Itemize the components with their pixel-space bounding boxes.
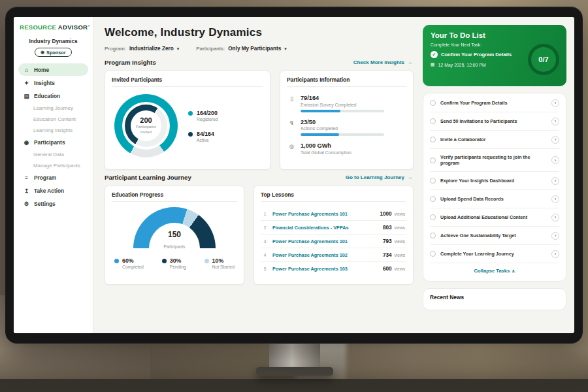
task-row-send-50-invitations-to-participants[interactable]: Send 50 Invitations to Participants› xyxy=(430,112,559,131)
task-checkbox[interactable] xyxy=(430,100,436,106)
legend-text-completed: 60%Completed xyxy=(122,257,144,269)
chevron-right-icon[interactable]: › xyxy=(551,118,559,125)
org-name: Industry Dynamics xyxy=(18,38,88,44)
task-row-confirm-your-program-details[interactable]: Confirm Your Program Details› xyxy=(430,94,559,112)
chevron-right-icon[interactable]: › xyxy=(551,232,559,240)
task-checkbox[interactable] xyxy=(430,251,436,257)
legend-item-not-started: 10%Not Started xyxy=(204,257,235,269)
participants-information-card-title: Participants Information xyxy=(287,76,406,87)
legend-label: Completed xyxy=(122,265,144,269)
lesson-link[interactable]: Power Purchase Agreements 102 xyxy=(272,252,378,258)
info-label: Total Global Consumption xyxy=(301,150,351,155)
task-checkbox[interactable] xyxy=(430,233,436,238)
invited-participants-card-title: Invited Participants xyxy=(112,76,263,87)
chevron-right-icon[interactable]: › xyxy=(551,177,559,185)
page-title: Welcome, Industry Dynamics xyxy=(105,26,414,39)
donut-center: 200 Participants Invited xyxy=(114,94,178,157)
logo-advisor-text: ADVISOR xyxy=(58,24,88,31)
go-to-learning-journey-link[interactable]: Go to Learning Journey → xyxy=(346,174,412,180)
participants-filter[interactable]: Participants: Only My Participants ▾ xyxy=(196,46,287,52)
task-checkbox[interactable] xyxy=(430,137,436,142)
legend-active: 84/164 Active xyxy=(188,131,218,142)
lesson-rank: 2 xyxy=(262,225,268,230)
progress-bar xyxy=(301,110,384,112)
gauge-center: 150 Participants xyxy=(133,230,216,249)
sidebar-item-home[interactable]: ⌂Home xyxy=(18,63,88,76)
check-more-insights-label: Check More Insights xyxy=(353,59,404,65)
chevron-right-icon[interactable]: › xyxy=(551,250,559,258)
program-filter[interactable]: Program: Industrialize Zero ▾ xyxy=(105,46,179,52)
sidebar-item-participants[interactable]: ◉Participants xyxy=(18,136,88,148)
task-checkbox[interactable] xyxy=(430,178,436,184)
logo-resource: RESOURCE xyxy=(20,24,56,31)
sidebar-item-label: Program xyxy=(34,174,56,181)
sidebar: RESOURCE ADVISOR+ Industry Dynamics ◉ Sp… xyxy=(14,17,93,333)
legend-active-text: 84/164 Active xyxy=(197,131,214,142)
task-row-invite-a-collaborator[interactable]: Invite a Collaborator› xyxy=(430,131,559,149)
check-more-insights-link[interactable]: Check More Insights → xyxy=(353,59,412,65)
lesson-link[interactable]: Power Purchase Agreements 101 xyxy=(272,238,378,244)
lesson-views-count: 734 xyxy=(383,252,392,258)
sidebar-item-program[interactable]: ≡Program xyxy=(18,171,88,184)
main-content: Welcome, Industry Dynamics Program: Indu… xyxy=(93,17,423,333)
sidebar-item-learning-insights[interactable]: Learning Insights xyxy=(18,125,88,135)
lesson-link[interactable]: Power Purchase Agreements 103 xyxy=(272,266,378,272)
task-row-complete-your-learning-journey[interactable]: Complete Your Learning Journey› xyxy=(430,245,559,263)
legend-dot-not-started xyxy=(204,259,209,263)
legend-label: Not Started xyxy=(212,265,235,269)
task-label: Upload Additional Educational Content xyxy=(440,214,547,221)
task-checkbox[interactable] xyxy=(430,157,436,163)
task-checkbox[interactable] xyxy=(430,196,436,202)
task-row-upload-additional-educational-content[interactable]: Upload Additional Educational Content› xyxy=(430,208,559,227)
sidebar-item-insights[interactable]: ✦Insights xyxy=(18,76,88,89)
top-lessons-card: Top Lessons 1Power Purchase Agreements 1… xyxy=(253,186,414,285)
sponsor-badge[interactable]: ◉ Sponsor xyxy=(35,48,71,57)
task-label: Send 50 Invitations to Participants xyxy=(440,118,547,125)
collapse-tasks-link[interactable]: Collapse Tasks∧ xyxy=(430,263,559,279)
sidebar-item-learning-journey[interactable]: Learning Journey xyxy=(18,103,88,113)
program-insights-header: Program Insights Check More Insights → xyxy=(105,59,412,66)
sidebar-item-label: Learning Insights xyxy=(33,127,73,133)
info-label: Emission Survey Completed xyxy=(301,103,384,107)
task-checkbox[interactable] xyxy=(430,214,436,220)
app-logo: RESOURCE ADVISOR+ xyxy=(18,24,88,31)
sidebar-item-education[interactable]: ▤Education xyxy=(18,90,88,102)
education-progress-card: Education Progress 150 Participants 60%C… xyxy=(105,186,244,285)
lesson-views: 1000 views xyxy=(380,211,405,217)
program-insights-title: Program Insights xyxy=(105,59,156,66)
chevron-right-icon[interactable]: › xyxy=(551,99,559,107)
chevron-down-icon: ▾ xyxy=(284,46,287,52)
sponsor-icon: ◉ xyxy=(41,50,44,55)
sidebar-item-label: Learning Journey xyxy=(33,105,73,111)
task-checkbox[interactable] xyxy=(430,118,436,124)
lesson-row-2: 2Financial Considerations - VPPAs803 vie… xyxy=(261,221,406,235)
lesson-link[interactable]: Power Purchase Agreements 101 xyxy=(272,211,375,217)
desk-edge xyxy=(0,379,588,392)
chevron-right-icon[interactable]: › xyxy=(551,136,559,144)
sidebar-item-take-action[interactable]: ↥Take Action xyxy=(18,184,88,197)
survey-icon: ▯ xyxy=(288,95,295,112)
sidebar-item-manage-participants[interactable]: Manage Participants xyxy=(18,160,88,171)
sidebar-item-settings[interactable]: ⚙Settings xyxy=(18,197,88,210)
calendar-icon: ▦ xyxy=(431,62,435,67)
task-row-verify-participants-requesting-to-join-the-program[interactable]: Verify participants requesting to join t… xyxy=(430,149,559,172)
task-row-explore-your-insights-dashboard[interactable]: Explore Your Insights Dashboard› xyxy=(430,172,559,190)
sidebar-item-education-content[interactable]: Education Content xyxy=(18,114,88,124)
chevron-right-icon[interactable]: › xyxy=(551,195,559,203)
task-row-upload-spend-data-records[interactable]: Upload Spend Data Records› xyxy=(430,190,559,208)
sidebar-item-general-data[interactable]: General Data xyxy=(18,149,88,159)
task-label: Invite a Collaborator xyxy=(440,137,547,143)
legend-label: Pending xyxy=(170,265,186,269)
task-row-achieve-one-sustainability-target[interactable]: Achieve One Sustainability Target› xyxy=(430,227,559,245)
settings-icon: ⚙ xyxy=(23,201,30,207)
chevron-right-icon[interactable]: › xyxy=(551,156,559,164)
chevron-right-icon[interactable]: › xyxy=(551,214,559,221)
todo-due-date-label: 12 May 2025, 12:00 PM xyxy=(438,63,486,67)
participants-filter-label: Participants: xyxy=(196,46,225,52)
legend-item-completed: 60%Completed xyxy=(114,257,144,269)
legend-value: 30% xyxy=(170,257,186,264)
lesson-link[interactable]: Financial Considerations - VPPAs xyxy=(272,225,378,231)
progress-bar-fill xyxy=(301,133,339,136)
recent-news-title: Recent News xyxy=(430,294,559,301)
sidebar-item-label: Insights xyxy=(34,80,55,86)
